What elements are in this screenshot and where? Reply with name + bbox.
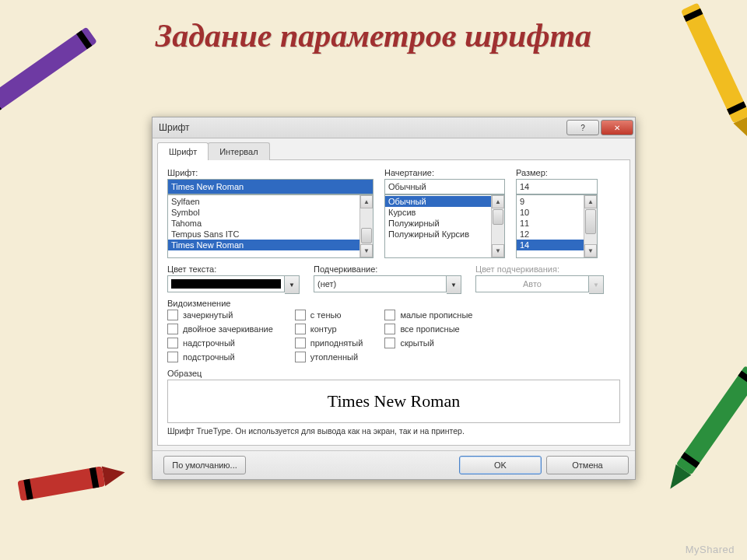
underline-color-dropdown: Авто [475, 275, 589, 292]
checkbox-icon [167, 310, 178, 320]
list-item[interactable]: Symbol [168, 207, 373, 218]
default-button[interactable]: По умолчанию... [163, 456, 246, 474]
font-hint: Шрифт TrueType. Он используется для выво… [167, 426, 620, 436]
size-listbox[interactable]: 9 10 11 12 14 ▲ ▼ [516, 194, 598, 258]
effects-column-3: малые прописные все прописные скрытый [384, 310, 472, 362]
sample-text: Times New Roman [328, 391, 460, 411]
label-font: Шрифт: [167, 168, 374, 177]
font-dialog: Шрифт ? ✕ Шрифт Интервал Шрифт: Times Ne… [152, 117, 636, 480]
style-listbox[interactable]: Обычный Курсив Полужирный Полужирный Кур… [384, 194, 505, 258]
font-name-input[interactable]: Times New Roman [167, 179, 374, 194]
check-strikethrough[interactable]: зачеркнутый [167, 310, 273, 320]
ok-button[interactable]: OK [459, 456, 542, 474]
help-button[interactable]: ? [566, 120, 599, 135]
checkbox-icon [384, 310, 395, 320]
check-all-caps[interactable]: все прописные [384, 324, 472, 334]
label-size: Размер: [516, 168, 598, 177]
list-item[interactable]: Обычный [385, 196, 504, 207]
scroll-down-icon[interactable]: ▼ [584, 244, 597, 257]
scroll-up-icon[interactable]: ▲ [360, 195, 373, 208]
scroll-down-icon[interactable]: ▼ [492, 244, 504, 257]
check-shadow[interactable]: с тенью [295, 310, 363, 320]
style-scrollbar[interactable]: ▲ ▼ [491, 195, 504, 257]
dialog-title: Шрифт [159, 122, 565, 133]
check-engrave[interactable]: утопленный [295, 352, 363, 362]
checkbox-icon [295, 310, 306, 320]
checkbox-icon [295, 352, 306, 362]
check-emboss[interactable]: приподнятый [295, 338, 363, 348]
list-item[interactable]: Times New Roman [168, 240, 373, 250]
chevron-down-icon[interactable]: ▼ [285, 275, 300, 294]
list-item[interactable]: Tempus Sans ITC [168, 229, 373, 240]
scroll-down-icon[interactable]: ▼ [360, 244, 373, 257]
tab-panel: Шрифт: Times New Roman Sylfaen Symbol Ta… [157, 159, 630, 446]
effects-column-2: с тенью контур приподнятый утопленный [295, 310, 363, 362]
tabs: Шрифт Интервал [153, 138, 635, 159]
size-input[interactable]: 14 [516, 179, 598, 194]
checkbox-icon [295, 338, 306, 348]
crayon-deco-2 [647, 0, 747, 166]
cancel-button[interactable]: Отмена [546, 456, 629, 474]
checkbox-icon [384, 324, 395, 334]
effects-column-1: зачеркнутый двойное зачеркивание надстро… [167, 310, 273, 362]
titlebar[interactable]: Шрифт ? ✕ [153, 117, 635, 138]
chevron-down-icon: ▼ [589, 275, 604, 294]
checkbox-icon [167, 324, 178, 334]
tab-interval[interactable]: Интервал [208, 142, 269, 160]
checkbox-icon [295, 324, 306, 334]
check-small-caps[interactable]: малые прописные [384, 310, 472, 320]
checkbox-icon [384, 338, 395, 348]
text-color-dropdown[interactable] [167, 275, 285, 292]
font-scrollbar[interactable]: ▲ ▼ [359, 195, 373, 257]
checkbox-icon [167, 352, 178, 362]
scroll-thumb[interactable] [361, 228, 372, 243]
label-underline-color: Цвет подчеркивания: [475, 264, 604, 274]
check-superscript[interactable]: надстрочный [167, 338, 273, 348]
svg-marker-9 [102, 463, 127, 486]
tab-font[interactable]: Шрифт [157, 142, 209, 160]
dialog-footer: По умолчанию... OK Отмена [153, 450, 635, 479]
label-color: Цвет текста: [167, 264, 300, 274]
chevron-down-icon[interactable]: ▼ [447, 275, 461, 294]
scroll-thumb[interactable] [585, 209, 596, 234]
size-scrollbar[interactable]: ▲ ▼ [584, 195, 597, 257]
underline-style-dropdown[interactable]: (нет) [314, 275, 447, 292]
checkbox-icon [167, 338, 178, 348]
list-item[interactable]: Полужирный Курсив [385, 229, 504, 240]
watermark: MyShared [686, 544, 735, 555]
font-listbox[interactable]: Sylfaen Symbol Tahoma Tempus Sans ITC Ti… [167, 194, 374, 258]
help-icon: ? [580, 124, 585, 132]
text-color-swatch [171, 279, 281, 289]
list-item[interactable]: Tahoma [168, 218, 373, 229]
check-outline[interactable]: контур [295, 324, 363, 334]
close-button[interactable]: ✕ [601, 120, 633, 135]
crayon-deco-4 [633, 340, 747, 516]
check-double-strike[interactable]: двойное зачеркивание [167, 324, 273, 334]
scroll-up-icon[interactable]: ▲ [584, 195, 597, 208]
style-input[interactable]: Обычный [384, 179, 505, 194]
close-icon: ✕ [614, 124, 620, 132]
label-sample: Образец [167, 369, 620, 378]
list-item[interactable]: Полужирный [385, 218, 504, 229]
list-item[interactable]: Sylfaen [168, 196, 373, 207]
label-style: Начертание: [384, 168, 505, 177]
crayon-deco-3 [2, 420, 136, 548]
sample-preview: Times New Roman [167, 380, 620, 423]
label-underline: Подчеркивание: [314, 264, 461, 274]
list-item[interactable]: Курсив [385, 207, 504, 218]
scroll-thumb[interactable] [493, 209, 503, 225]
check-subscript[interactable]: подстрочный [167, 352, 273, 362]
label-effects: Видоизменение [167, 299, 620, 308]
check-hidden[interactable]: скрытый [384, 338, 472, 348]
scroll-up-icon[interactable]: ▲ [492, 195, 504, 208]
